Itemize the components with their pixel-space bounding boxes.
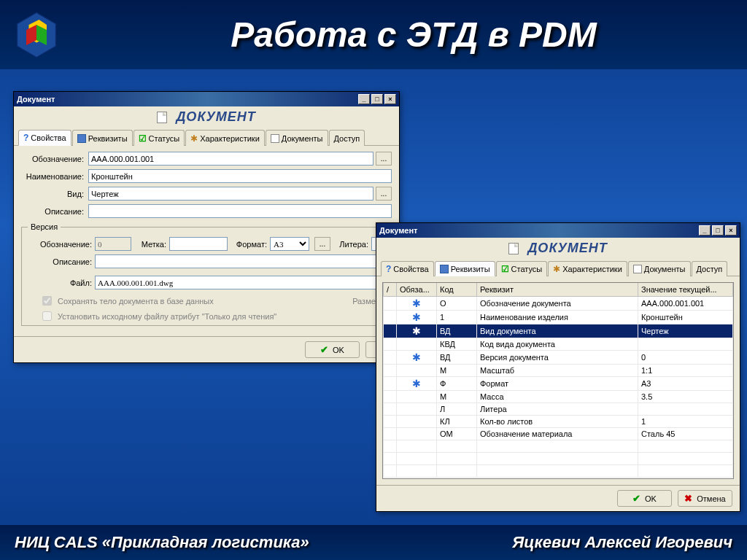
designation-input[interactable] [88,152,374,166]
table-row[interactable]: ЛЛитера [384,402,733,415]
ver-description-label: Описание: [28,257,92,266]
requisites-grid[interactable]: / Обяза... Код Реквизит Значение текущей… [382,282,734,479]
check-icon: ✔ [320,344,328,355]
litera-label: Литера: [333,240,368,249]
gear-icon: ✱ [190,133,198,144]
col-flag[interactable]: / [384,283,397,296]
ok-button[interactable]: ✔OK [305,341,360,358]
minimize-button[interactable]: _ [358,94,370,104]
table-row[interactable]: ММасса3.5 [384,390,733,402]
tab-documents[interactable]: Документы [628,261,691,276]
designation-browse-button[interactable]: ... [376,152,392,166]
close-button[interactable]: × [725,225,737,236]
tab-access[interactable]: Доступ [329,130,365,146]
save-body-checkbox [42,296,52,306]
page-icon [633,265,642,273]
check-icon: ✔ [632,493,640,504]
cancel-button[interactable]: ✖Отмена [678,490,732,507]
panel-properties: Обозначение: ... Наименование: Вид: ... … [14,146,399,336]
table-row[interactable] [384,464,733,477]
tab-access[interactable]: Доступ [692,261,728,276]
table-row[interactable]: ММасштаб1:1 [384,364,733,376]
description-input[interactable] [88,204,392,218]
table-row[interactable]: ОМОбозначение материалаСталь 45 [384,427,733,440]
logo [11,9,62,61]
name-label: Наименование: [21,172,88,181]
col-value[interactable]: Значение текущей... [638,283,733,296]
designation-label: Обозначение: [21,155,88,163]
slide-title: Работа с ЭТД в PDM [91,15,736,55]
tab-properties[interactable]: ?Свойства [381,261,434,276]
table-row[interactable] [384,452,733,464]
table-row[interactable]: КЛКол-во листов1 [384,415,733,427]
document-header: ДОКУМЕНТ [376,238,740,259]
titlebar[interactable]: Документ _ □ × [14,92,399,106]
readonly-attr-checkbox [42,311,52,321]
window-title: Документ [379,226,417,235]
kind-input[interactable] [88,187,374,201]
close-icon: ✖ [684,493,692,504]
footer-right: Яцкевич Алексей Игоревич [512,533,732,552]
table-row[interactable]: ✱ВДВид документаЧертеж [384,324,733,338]
maximize-button[interactable]: □ [371,94,383,104]
footer-left: НИЦ CALS «Прикладная логистика» [15,533,309,552]
col-requisite[interactable]: Реквизит [477,283,638,296]
tab-characteristics[interactable]: ✱Характеристики [548,261,627,276]
name-input[interactable] [88,169,392,183]
button-row: ✔OK ✖ [14,336,399,362]
mark-input[interactable] [169,237,228,251]
tabs: ?Свойства Реквизиты ☑Статусы ✱Характерис… [376,259,740,276]
mark-label: Метка: [134,240,166,249]
ver-designation-input[interactable] [95,237,131,251]
page-icon [271,134,279,143]
tab-statuses[interactable]: ☑Статусы [133,130,185,146]
titlebar[interactable]: Документ _ □ × [376,223,740,238]
table-row[interactable]: ✱1Наименование изделияКронштейн [384,310,733,324]
tab-requisites[interactable]: Реквизиты [435,261,495,276]
col-mandatory[interactable]: Обяза... [397,283,437,296]
window-title: Документ [17,95,55,104]
table-row[interactable]: КВДКод вида документа [384,338,733,350]
gear-icon: ✱ [553,264,560,274]
ok-button[interactable]: ✔OK [617,490,672,507]
window-document-properties: Документ _ □ × ДОКУМЕНТ ?Свойства Реквиз… [13,91,400,363]
maximize-button[interactable]: □ [712,225,724,236]
tabs: ?Свойства Реквизиты ☑Статусы ✱Характерис… [14,128,399,146]
slide-footer: НИЦ CALS «Прикладная логистика» Яцкевич … [0,525,747,560]
tab-documents[interactable]: Документы [266,130,328,146]
file-input[interactable] [95,276,408,289]
description-label: Описание: [21,207,88,216]
tab-properties[interactable]: ?Свойства [18,130,71,146]
table-row[interactable]: ✱ФФорматА3 [384,376,733,390]
table-row[interactable] [384,440,733,452]
version-fieldset: Версия Обозначение: Метка: Формат: А3 ..… [21,222,436,326]
table-row[interactable]: ✱ООбозначение документаААА.000.001.001 [384,296,733,310]
format-browse-button[interactable]: ... [314,237,330,251]
format-select[interactable]: А3 [270,237,309,251]
slide-header: Работа с ЭТД в PDM [0,0,747,69]
tab-requisites[interactable]: Реквизиты [72,130,133,146]
table-row[interactable]: ✱ВДВерсия документа0 [384,350,733,364]
kind-label: Вид: [21,190,88,198]
question-icon: ? [386,264,391,274]
document-icon [508,243,519,254]
window-document-requisites: Документ _ □ × ДОКУМЕНТ ?Свойства Реквиз… [376,222,740,512]
check-icon: ☑ [501,264,509,274]
close-button[interactable]: × [384,94,396,104]
list-icon [440,265,449,273]
check-icon: ☑ [139,133,147,144]
button-row: ✔OK ✖Отмена [376,485,740,511]
col-code[interactable]: Код [437,283,477,296]
list-icon [77,134,86,143]
minimize-button[interactable]: _ [699,225,711,236]
ver-designation-label: Обозначение: [28,240,92,249]
version-legend: Версия [28,222,61,231]
panel-requisites: / Обяза... Код Реквизит Значение текущей… [376,276,740,485]
file-label: Файл: [28,279,92,287]
tab-characteristics[interactable]: ✱Характеристики [185,130,265,146]
kind-browse-button[interactable]: ... [376,187,392,201]
question-icon: ? [23,133,28,143]
tab-statuses[interactable]: ☑Статусы [496,261,548,276]
document-icon [157,112,167,123]
document-header: ДОКУМЕНТ [14,106,399,128]
